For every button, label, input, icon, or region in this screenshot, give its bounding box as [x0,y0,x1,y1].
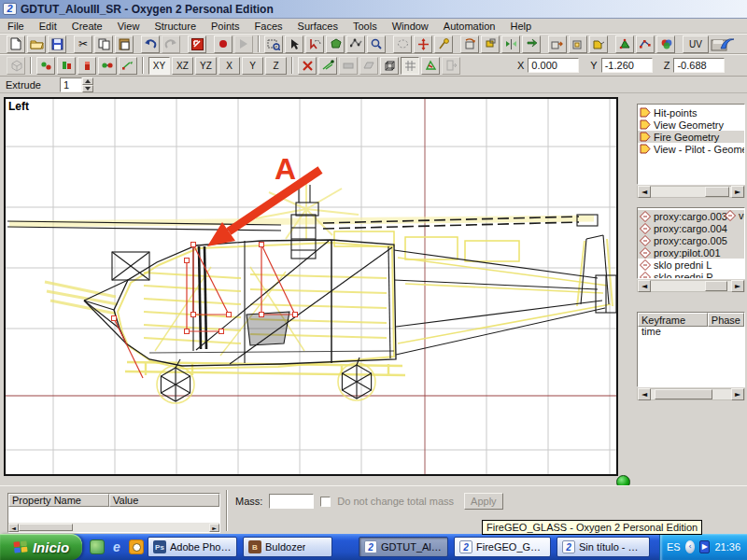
quick-launch-browser-icon[interactable]: e [109,539,124,554]
spin-up-button[interactable] [82,77,93,85]
mirror-faces-button[interactable] [501,35,520,53]
wire-box-button[interactable] [380,57,399,75]
menu-help[interactable]: Help [502,20,539,33]
quick-launch-globe-icon[interactable] [90,539,105,554]
scroll-right-button[interactable]: ► [731,280,744,292]
property-table-body[interactable] [8,507,219,523]
undo-button[interactable] [141,35,160,53]
rotate-object-button[interactable] [460,35,479,53]
quick-launch-clock-icon[interactable] [129,539,144,554]
uv-editor-button[interactable]: UV [683,35,709,53]
box-view-button[interactable] [7,57,25,75]
task-button-sin-titulo[interactable]: 2 Sin título - Oxyge... [557,537,650,557]
import-button[interactable] [188,35,206,53]
select-lasso-button[interactable] [305,35,324,53]
scroll-left-button[interactable]: ◄ [638,280,651,292]
keyframe-time-column-header[interactable]: Keyframe time [638,313,708,327]
menu-structure[interactable]: Structure [147,20,204,33]
color-button[interactable] [656,35,675,53]
scroll-right-button[interactable]: ► [731,186,744,198]
lod-item-hitpoints[interactable]: Hit-points [638,106,744,119]
zoom-button[interactable] [367,35,386,53]
scroll-thumb[interactable] [705,187,729,197]
grid-toggle-button[interactable] [401,57,419,75]
inset-face-button[interactable] [569,35,587,53]
show-selection-button[interactable] [78,57,96,75]
task-button-gdtut-active[interactable]: 2 GDTUT_AlouIII_S... [359,537,448,557]
menu-file[interactable]: File [0,20,32,33]
coord-z-field[interactable]: -0.688 [673,58,725,73]
property-name-column-header[interactable]: Property Name [8,494,109,507]
delete-selection-button[interactable] [298,57,317,75]
lod-item-view-geometry[interactable]: View Geometry [638,119,744,131]
coord-y-field[interactable]: -1.260 [601,58,653,73]
path-tool-button[interactable] [636,35,655,53]
menu-faces[interactable]: Faces [247,20,290,33]
selection-item[interactable]: proxy:cargo.004 [638,222,744,234]
flip-normals-button[interactable] [522,35,541,53]
scroll-thumb[interactable] [655,389,712,399]
open-file-button[interactable] [27,35,46,53]
task-button-firegeo[interactable]: 2 FireGEO_GLASS -... [454,537,551,557]
scroll-thumb[interactable] [19,524,73,531]
new-file-button[interactable] [7,35,25,53]
bevel-face-button[interactable] [589,35,608,53]
plane-xy-button[interactable]: XY [148,57,170,75]
axis-y-button[interactable]: Y [242,57,263,75]
plane-yz-button[interactable]: YZ [195,57,217,75]
scroll-left-button[interactable]: ◄ [8,524,19,532]
title-bar[interactable]: 2 GDTUT_AlouIII_SR - Oxygen 2 Personal E… [0,0,747,19]
selection-item[interactable]: proxy:cargo.005 [638,234,744,246]
select-fence-button[interactable] [346,35,365,53]
translate-points-button[interactable] [414,35,432,53]
task-button-photoshop[interactable]: Ps Adobe Photoshop [148,537,237,557]
show-normals-button[interactable] [98,57,117,75]
select-polygon-button[interactable] [326,35,345,53]
show-faces-button[interactable] [57,57,76,75]
selection-item-overflow[interactable]: vell [725,210,745,221]
spin-down-button[interactable] [82,85,93,92]
scroll-left-button[interactable]: ◄ [638,388,651,400]
property-table-scrollbar[interactable]: ◄ ► [8,523,219,532]
selection-item[interactable]: proxy:pilot.001 [638,246,744,259]
lod-list-scrollbar[interactable]: ◄ ► [637,186,745,198]
viewport-left[interactable]: Left [4,97,618,476]
cut-button[interactable]: ✂ [74,35,92,53]
apply-button[interactable]: Apply [464,493,503,510]
extrude-spinner[interactable]: 1 [60,77,93,92]
mass-field[interactable] [269,494,314,509]
show-points-button[interactable] [36,57,55,75]
scroll-right-button[interactable]: ► [731,388,744,400]
scroll-thumb[interactable] [705,281,727,291]
value-column-header[interactable]: Value [109,494,219,507]
scroll-left-button[interactable]: ◄ [638,186,651,198]
total-mass-checkbox[interactable] [320,497,331,507]
menu-tools[interactable]: Tools [345,20,385,33]
paste-button[interactable] [115,35,134,53]
triangle-points-button[interactable] [421,57,440,75]
extrude-face-button[interactable] [548,35,567,53]
menu-automation[interactable]: Automation [436,20,503,33]
select-arrow-button[interactable] [285,35,303,53]
selection-item[interactable]: sklo predni P [638,271,744,279]
select-rectangle-button[interactable] [264,35,283,53]
create-face-button[interactable] [615,35,634,53]
snap-points-button[interactable] [434,35,453,53]
lod-item-fire-geometry[interactable]: Fire Geometry [638,131,744,143]
menu-surfaces[interactable]: Surfaces [290,20,345,33]
axis-z-button[interactable]: Z [265,57,287,75]
locked-tool-button[interactable] [339,57,358,75]
scroll-right-button[interactable]: ► [209,524,219,532]
menu-window[interactable]: Window [385,20,436,33]
menu-create[interactable]: Create [64,20,110,33]
menu-view[interactable]: View [110,20,148,33]
menu-edit[interactable]: Edit [32,20,64,33]
redo-button[interactable] [162,35,180,53]
locked-tool-button-2[interactable] [359,57,378,75]
scale-object-button[interactable] [481,35,500,53]
copy-button[interactable] [94,35,113,53]
record-button[interactable] [214,35,233,53]
selection-item[interactable]: sklo predni L [638,259,744,271]
extrude-value[interactable]: 1 [60,77,82,92]
fly-mode-button[interactable] [318,57,337,75]
